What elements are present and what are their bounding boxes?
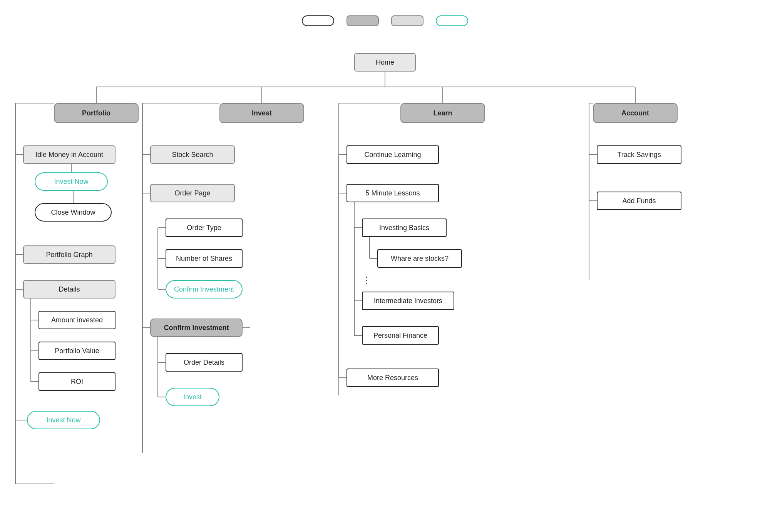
- roi-node[interactable]: ROI: [38, 372, 116, 391]
- add-funds-node[interactable]: Add Funds: [597, 192, 681, 210]
- five-min-node[interactable]: 5 Minute Lessons: [346, 184, 439, 202]
- legend-tab: [346, 15, 379, 26]
- stock-search-node[interactable]: Stock Search: [150, 145, 235, 164]
- invest-now-2-node[interactable]: Invest Now: [27, 411, 100, 429]
- more-resources-node[interactable]: More Resources: [346, 369, 439, 387]
- order-type-node[interactable]: Order Type: [166, 218, 243, 237]
- intermediate-node[interactable]: Intermediate Investors: [362, 292, 454, 310]
- legend-action: [302, 15, 334, 26]
- portfolio-graph-node[interactable]: Portfolio Graph: [23, 245, 116, 264]
- order-details-node[interactable]: Order Details: [166, 353, 243, 372]
- confirm-invest-tab-node[interactable]: Confirm Investment: [150, 319, 243, 337]
- amount-invested-node[interactable]: Amount invested: [38, 311, 116, 329]
- invest-now-1-node[interactable]: Invest Now: [35, 172, 108, 191]
- confirm-invest-cta-node[interactable]: Confirm Investment: [166, 280, 243, 299]
- col-root-0[interactable]: Portfolio: [54, 103, 139, 123]
- track-savings-node[interactable]: Track Savings: [597, 145, 681, 164]
- idle-money-node[interactable]: Idle Money in Account: [23, 145, 116, 164]
- continue-learning-node[interactable]: Continue Learning: [346, 145, 439, 164]
- portfolio-value-node[interactable]: Portfolio Value: [38, 342, 116, 360]
- col-root-3[interactable]: Account: [593, 103, 678, 123]
- tree-diagram: ⋮ HomePortfolioInvestLearnAccountIdle Mo…: [0, 49, 770, 511]
- order-page-node[interactable]: Order Page: [150, 184, 235, 202]
- close-window-node[interactable]: Close Window: [35, 203, 112, 222]
- home-node[interactable]: Home: [354, 53, 416, 72]
- invest-cta-node[interactable]: Invest: [166, 388, 219, 406]
- legend-popup: [391, 15, 424, 26]
- details-node[interactable]: Details: [23, 280, 116, 299]
- legend: [0, 0, 770, 49]
- personal-finance-node[interactable]: Personal Finance: [362, 326, 439, 345]
- num-shares-node[interactable]: Number of Shares: [166, 249, 243, 268]
- col-root-2[interactable]: Learn: [400, 103, 485, 123]
- col-root-1[interactable]: Invest: [219, 103, 304, 123]
- investing-basics-node[interactable]: Investing Basics: [362, 218, 447, 237]
- legend-cta: [436, 15, 468, 26]
- what-stocks-node[interactable]: Whare are stocks?: [377, 249, 462, 268]
- svg-text:⋮: ⋮: [362, 275, 371, 285]
